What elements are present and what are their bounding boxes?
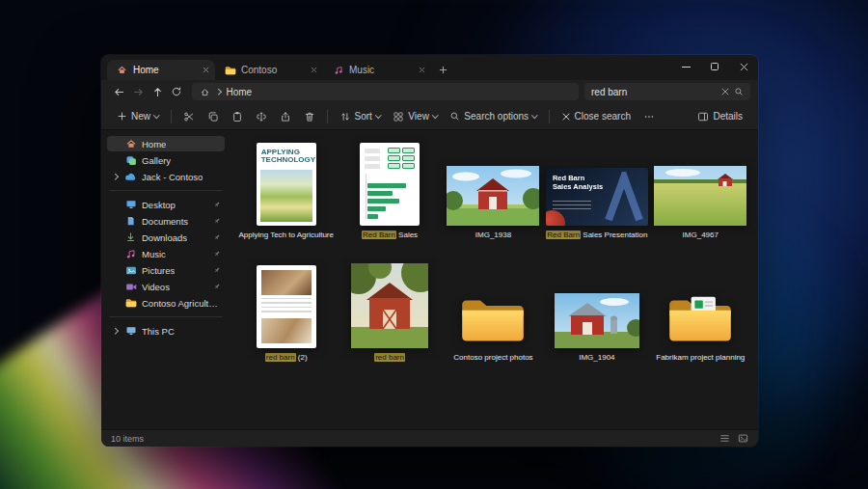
sidebar-item-downloads[interactable]: Downloads <box>107 230 225 245</box>
details-button[interactable]: Details <box>692 108 748 125</box>
file-name-text: Sales Presentation <box>581 231 647 239</box>
view-button[interactable]: View <box>387 108 443 125</box>
file-name: red barn <box>374 353 405 363</box>
sidebar-item-label: Desktop <box>142 200 176 210</box>
sidebar-item-this-pc[interactable]: This PC <box>107 323 225 339</box>
file-red-barn-sales-presentation[interactable]: Red Barn Sales Analysis Red Barn Sales P… <box>545 135 648 242</box>
tab-close-icon[interactable] <box>203 67 209 73</box>
new-tab-button[interactable] <box>431 60 454 80</box>
sidebar-item-label: Gallery <box>142 155 171 166</box>
document-thumbnail-title: APPLYING TECHNOLOGY <box>257 143 316 167</box>
ellipsis-icon <box>643 111 655 122</box>
file-name-text: IMG_1938 <box>475 231 511 239</box>
tab-contoso[interactable]: Contoso <box>215 60 323 80</box>
tab-close-icon[interactable] <box>419 67 425 73</box>
paste-icon <box>231 111 243 122</box>
sidebar-item-gallery[interactable]: Gallery <box>107 152 225 168</box>
maximize-button[interactable] <box>700 55 729 78</box>
pin-icon <box>213 233 221 241</box>
photo-thumbnail <box>351 259 428 348</box>
copy-button[interactable] <box>202 108 225 125</box>
chevron-down-icon <box>375 112 381 118</box>
search-results-grid: APPLYING TECHNOLOGY Applying Tech to Agr… <box>229 130 758 429</box>
cut-button[interactable] <box>177 108 201 125</box>
file-img-1938[interactable]: IMG_1938 <box>442 135 545 242</box>
chevron-right-icon[interactable] <box>111 329 120 334</box>
photo-thumbnail <box>447 137 539 226</box>
large-thumbnails-view-toggle-icon[interactable] <box>738 433 748 444</box>
rename-icon <box>256 111 267 122</box>
this-pc-icon <box>124 325 137 337</box>
sidebar-item-label: Jack - Contoso <box>142 172 203 182</box>
pin-icon <box>213 217 221 225</box>
desktop-icon <box>124 199 137 210</box>
more-options-button[interactable] <box>637 108 661 125</box>
items-count: 10 items <box>111 434 144 444</box>
folder-icon <box>224 66 236 75</box>
file-name: Applying Tech to Agriculture <box>238 231 334 240</box>
sort-button[interactable]: Sort <box>334 108 387 125</box>
tab-label: Home <box>133 65 198 75</box>
sidebar-item-label: This PC <box>142 326 175 337</box>
file-name: IMG_1938 <box>475 231 511 240</box>
file-img-4967[interactable]: IMG_4967 <box>649 135 752 242</box>
new-button[interactable]: New <box>111 108 165 124</box>
tab-music[interactable]: Music <box>323 60 431 80</box>
file-red-barn-2-document[interactable]: red barn (2) <box>234 258 338 365</box>
file-applying-tech-to-agriculture[interactable]: APPLYING TECHNOLOGY Applying Tech to Agr… <box>234 135 338 242</box>
sidebar-item-desktop[interactable]: Desktop <box>107 197 225 212</box>
tab-home[interactable]: Home <box>107 60 215 80</box>
clear-search-icon[interactable] <box>721 88 729 95</box>
command-bar: New <box>101 103 758 130</box>
forward-button[interactable] <box>128 82 148 101</box>
paste-button[interactable] <box>226 108 249 125</box>
file-red-barn-sales[interactable]: Red Barn Sales <box>338 135 441 242</box>
music-note-icon <box>332 66 344 75</box>
sidebar-item-label: Home <box>142 139 166 149</box>
document-thumbnail-text-lines <box>261 298 312 315</box>
sidebar-item-music[interactable]: Music <box>107 246 225 261</box>
chevron-right-icon[interactable] <box>111 175 120 179</box>
sidebar-item-pictures[interactable]: Pictures <box>107 262 225 278</box>
sidebar-item-label: Music <box>142 249 166 259</box>
sidebar-item-onedrive-jack-contoso[interactable]: Jack - Contoso <box>107 169 225 184</box>
back-button[interactable] <box>109 82 128 101</box>
file-name: IMG_4967 <box>683 231 719 240</box>
refresh-button[interactable] <box>167 82 186 101</box>
folder-contoso-project-photos[interactable]: Contoso project photos <box>442 258 545 365</box>
delete-button[interactable] <box>298 108 321 125</box>
home-icon <box>116 65 128 75</box>
file-name-text: IMG_1904 <box>579 353 614 362</box>
search-options-button[interactable]: Search options <box>444 108 542 124</box>
sidebar-item-videos[interactable]: Videos <box>107 279 225 294</box>
sidebar-item-documents[interactable]: Documents <box>107 213 225 229</box>
file-name-highlight: Red Barn <box>546 231 581 239</box>
spreadsheet-bar-chart <box>366 174 413 219</box>
search-options-label: Search options <box>464 111 529 122</box>
file-img-1904[interactable]: IMG_1904 <box>545 258 648 365</box>
share-button[interactable] <box>274 108 297 125</box>
breadcrumb-label: Home <box>227 87 253 97</box>
pin-icon <box>213 250 221 258</box>
search-icon[interactable] <box>734 87 744 96</box>
up-button[interactable] <box>148 82 167 101</box>
breadcrumb[interactable]: Home <box>192 83 579 100</box>
sidebar-item-contoso-agriculture-project[interactable]: Contoso Agriculture Project <box>107 295 225 311</box>
details-view-toggle-icon[interactable] <box>719 433 730 444</box>
view-button-label: View <box>408 111 429 122</box>
close-search-button[interactable]: Close search <box>556 108 637 124</box>
file-name-highlight: red barn <box>374 353 405 362</box>
search-input[interactable] <box>591 87 717 97</box>
folder-fabrikam-project-planning[interactable]: Fabrikam project planning <box>649 258 752 365</box>
file-name-text: Fabrikam project planning <box>656 353 745 362</box>
search-box <box>584 83 750 100</box>
close-button[interactable] <box>729 55 758 78</box>
new-button-label: New <box>131 111 150 122</box>
file-name-highlight: Red Barn <box>362 231 396 239</box>
pictures-icon <box>124 265 137 276</box>
sidebar-item-home[interactable]: Home <box>107 136 225 151</box>
rename-button[interactable] <box>250 108 273 125</box>
tab-close-icon[interactable] <box>311 67 317 73</box>
file-red-barn-photo[interactable]: red barn <box>338 258 441 365</box>
minimize-button[interactable] <box>671 55 700 78</box>
